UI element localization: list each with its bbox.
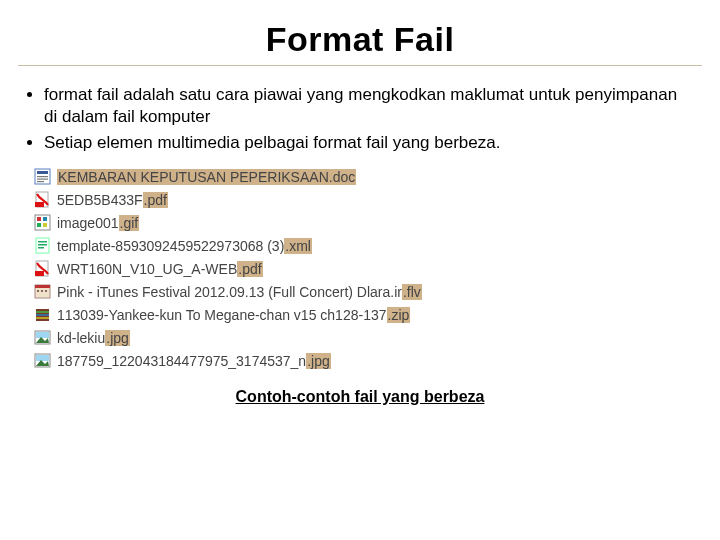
list-item: kd-lekiu.jpg	[34, 326, 702, 349]
file-base: 5EDB5B433F	[57, 192, 143, 208]
list-item: image001.gif	[34, 211, 702, 234]
file-base: 187759_122043184477975_3174537_n	[57, 353, 306, 369]
svg-rect-21	[41, 290, 43, 292]
svg-rect-6	[35, 202, 44, 207]
svg-rect-25	[36, 314, 49, 316]
file-ext: .jpg	[306, 353, 331, 369]
list-item: 187759_122043184477975_3174537_n.jpg	[34, 349, 702, 372]
jpg-icon	[34, 352, 51, 369]
caption: Contoh-contoh fail yang berbeza	[0, 388, 720, 406]
file-base: kd-lekiu	[57, 330, 105, 346]
flv-icon	[34, 283, 51, 300]
svg-rect-13	[38, 241, 47, 243]
pdf-icon	[34, 260, 51, 277]
svg-rect-31	[36, 355, 49, 361]
file-ext: .gif	[119, 215, 140, 231]
file-ext: .jpg	[105, 330, 130, 346]
file-ext: .doc	[329, 169, 355, 185]
list-item: WRT160N_V10_UG_A-WEB.pdf	[34, 257, 702, 280]
doc-icon	[34, 168, 51, 185]
svg-rect-11	[43, 223, 47, 227]
svg-rect-20	[37, 290, 39, 292]
file-base: WRT160N_V10_UG_A-WEB	[57, 261, 237, 277]
file-list: KEMBARAN KEPUTUSAN PEPERIKSAAN.doc 5EDB5…	[34, 165, 702, 372]
slide-title: Format Fail	[18, 20, 702, 59]
svg-rect-15	[38, 247, 44, 249]
file-ext: .xml	[284, 238, 312, 254]
svg-rect-3	[37, 179, 48, 180]
svg-rect-1	[37, 171, 48, 174]
list-item: 113039-Yankee-kun To Megane-chan v15 ch1…	[34, 303, 702, 326]
svg-rect-19	[35, 285, 50, 288]
pdf-icon	[34, 191, 51, 208]
svg-rect-4	[37, 181, 44, 182]
list-item: 5EDB5B433F.pdf	[34, 188, 702, 211]
list-item: template-8593092459522973068 (3).xml	[34, 234, 702, 257]
svg-rect-17	[35, 271, 44, 276]
file-base: template-8593092459522973068 (3)	[57, 238, 284, 254]
title-container: Format Fail	[18, 14, 702, 66]
bullet-item: Setiap elemen multimedia pelbagai format…	[44, 132, 692, 154]
file-ext: .pdf	[237, 261, 262, 277]
file-base: image001	[57, 215, 119, 231]
svg-rect-28	[36, 332, 49, 338]
svg-rect-2	[37, 176, 48, 177]
zip-icon	[34, 306, 51, 323]
list-item: Pink - iTunes Festival 2012.09.13 (Full …	[34, 280, 702, 303]
file-base: Pink - iTunes Festival 2012.09.13 (Full …	[57, 284, 402, 300]
file-ext: .pdf	[143, 192, 168, 208]
svg-rect-10	[37, 223, 41, 227]
gif-icon	[34, 214, 51, 231]
svg-rect-8	[37, 217, 41, 221]
file-base: 113039-Yankee-kun To Megane-chan v15 ch1…	[57, 307, 387, 323]
jpg-icon	[34, 329, 51, 346]
list-item: KEMBARAN KEPUTUSAN PEPERIKSAAN.doc	[34, 165, 702, 188]
bullet-item: format fail adalah satu cara piawai yang…	[44, 84, 692, 128]
svg-rect-26	[36, 317, 49, 319]
svg-rect-24	[36, 311, 49, 313]
file-base: KEMBARAN KEPUTUSAN PEPERIKSAAN	[58, 169, 329, 185]
xml-icon	[34, 237, 51, 254]
file-ext: .flv	[402, 284, 422, 300]
bullet-list: format fail adalah satu cara piawai yang…	[0, 74, 720, 163]
svg-rect-9	[43, 217, 47, 221]
file-ext: .zip	[387, 307, 411, 323]
svg-rect-22	[45, 290, 47, 292]
svg-rect-14	[38, 244, 47, 246]
